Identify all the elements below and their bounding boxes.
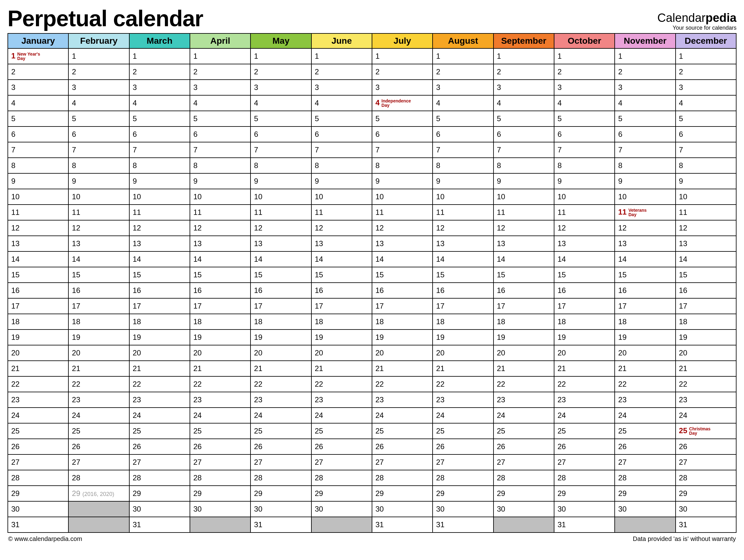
day-cell: 7: [129, 142, 190, 158]
day-cell: 3: [493, 80, 554, 95]
day-cell: 27: [8, 454, 68, 470]
day-cell: 14: [372, 252, 433, 267]
day-cell: 18: [615, 314, 675, 330]
day-cell: 12: [68, 220, 129, 236]
day-cell: 21: [190, 361, 251, 376]
day-cell: 3: [311, 80, 372, 95]
day-cell: 28: [433, 470, 493, 486]
day-cell: 18: [68, 314, 129, 330]
day-cell: 17: [615, 298, 675, 314]
calendar-body: 1New Year'sDay11111111111222222222222333…: [8, 48, 736, 532]
day-row: 212121212121212121212121: [8, 361, 736, 376]
day-cell: 20: [8, 345, 68, 361]
day-cell: 28: [311, 470, 372, 486]
day-cell: 11: [433, 204, 493, 220]
day-cell: 15: [493, 267, 554, 283]
footer-left: © www.calendarpedia.com: [8, 535, 82, 543]
day-cell: 10: [8, 189, 68, 204]
day-cell: 12: [251, 220, 311, 236]
day-row: 202020202020202020202020: [8, 345, 736, 361]
day-cell: 25: [372, 423, 433, 439]
day-cell: 18: [190, 314, 251, 330]
day-cell: 29: [129, 486, 190, 501]
day-cell: 29: [251, 486, 311, 501]
day-cell: 14: [433, 252, 493, 267]
day-cell: 21: [493, 361, 554, 376]
day-cell: 8: [190, 158, 251, 173]
day-cell: 23: [190, 392, 251, 408]
day-cell: 17: [251, 298, 311, 314]
day-cell: 9: [554, 173, 615, 189]
day-cell: 23: [676, 392, 736, 408]
day-cell: 9: [129, 173, 190, 189]
day-cell: 28: [372, 470, 433, 486]
day-cell: 6: [493, 126, 554, 142]
day-cell: 19: [676, 330, 736, 345]
day-cell: 15: [676, 267, 736, 283]
holiday-label: VeteransDay: [628, 208, 646, 217]
day-cell: 17: [129, 298, 190, 314]
day-cell: 15: [554, 267, 615, 283]
day-cell: 22: [433, 376, 493, 392]
day-cell: 23: [433, 392, 493, 408]
day-cell: 22: [615, 376, 675, 392]
day-cell: 15: [615, 267, 675, 283]
day-cell: 10: [493, 189, 554, 204]
day-cell: 24: [129, 408, 190, 423]
day-cell: 12: [433, 220, 493, 236]
day-cell: 20: [68, 345, 129, 361]
day-cell: 28: [8, 470, 68, 486]
day-cell: 18: [372, 314, 433, 330]
holiday-day-number: 11: [618, 208, 627, 216]
day-cell: 20: [129, 345, 190, 361]
day-cell: 7: [676, 142, 736, 158]
day-cell: 12: [311, 220, 372, 236]
day-cell: 8: [554, 158, 615, 173]
day-cell: 21: [311, 361, 372, 376]
day-cell: 16: [433, 283, 493, 298]
day-cell: 14: [615, 252, 675, 267]
month-header: January: [8, 33, 68, 48]
day-cell: 19: [372, 330, 433, 345]
day-cell: 7: [433, 142, 493, 158]
day-cell: 26: [190, 439, 251, 454]
day-cell: 9: [311, 173, 372, 189]
day-cell: 18: [676, 314, 736, 330]
day-cell: 10: [251, 189, 311, 204]
day-cell: 13: [554, 236, 615, 252]
day-cell: 6: [190, 126, 251, 142]
brand-block: Calendarpedia Your source for calendars: [658, 11, 737, 31]
holiday-label: IndependenceDay: [381, 99, 411, 108]
day-cell: 17: [554, 298, 615, 314]
day-cell: 3: [676, 80, 736, 95]
day-cell: 9: [251, 173, 311, 189]
brand-subtitle: Your source for calendars: [658, 25, 737, 31]
day-cell: 26: [433, 439, 493, 454]
day-cell: 3: [129, 80, 190, 95]
day-cell: 18: [493, 314, 554, 330]
day-cell: 13: [433, 236, 493, 252]
month-header: November: [615, 33, 675, 48]
day-cell: 28: [493, 470, 554, 486]
day-cell: 15: [311, 267, 372, 283]
day-cell: 9: [190, 173, 251, 189]
day-cell: 2: [190, 64, 251, 80]
day-cell: 22: [129, 376, 190, 392]
day-cell: 17: [8, 298, 68, 314]
day-cell: 7: [68, 142, 129, 158]
day-cell: 4: [676, 95, 736, 111]
day-cell: 9: [676, 173, 736, 189]
day-cell: 10: [190, 189, 251, 204]
day-cell: 27: [433, 454, 493, 470]
day-cell: 5: [311, 111, 372, 126]
day-cell: 29 (2016, 2020): [68, 486, 129, 501]
day-cell: 2: [68, 64, 129, 80]
day-cell: 17: [372, 298, 433, 314]
day-cell: 25: [190, 423, 251, 439]
day-cell: 15: [251, 267, 311, 283]
day-cell: 11: [493, 204, 554, 220]
day-cell: 18: [251, 314, 311, 330]
day-cell: 4: [251, 95, 311, 111]
day-cell: 27: [68, 454, 129, 470]
day-cell: 16: [372, 283, 433, 298]
